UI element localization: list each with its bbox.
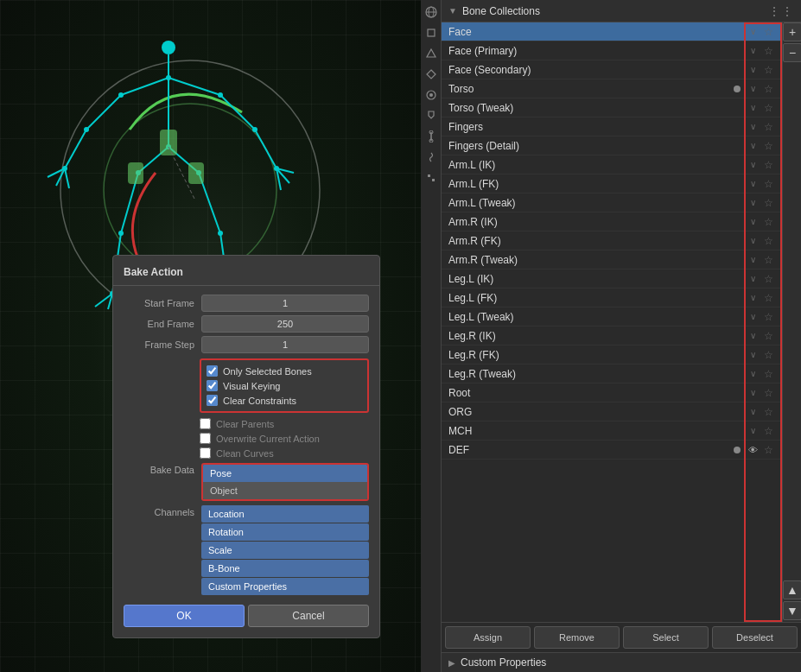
- bone-visibility-toggle[interactable]: ∨: [746, 291, 760, 305]
- bone-visibility-toggle[interactable]: ∨: [746, 329, 760, 343]
- bone-visibility-toggle[interactable]: ∨: [746, 139, 760, 153]
- sidebar-icon-world[interactable]: [423, 3, 440, 21]
- bone-star-button[interactable]: ☆: [761, 253, 775, 267]
- panel-options-dots[interactable]: ⋮⋮: [768, 4, 794, 18]
- bone-row[interactable]: Arm.L (FK)∨☆: [442, 174, 782, 193]
- sidebar-icon-physics[interactable]: [423, 169, 440, 187]
- bone-star-button[interactable]: ☆: [761, 82, 775, 96]
- bone-star-button[interactable]: ☆: [761, 196, 775, 210]
- bone-visibility-toggle[interactable]: ∨: [746, 25, 760, 39]
- bone-row[interactable]: Arm.R (FK)∨☆: [442, 231, 782, 250]
- overwrite-current-action-checkbox[interactable]: [200, 433, 211, 444]
- bone-row[interactable]: Arm.L (IK)∨☆: [442, 155, 782, 174]
- viewport[interactable]: ↖ Bake Action Start Frame End Frame Fram…: [0, 0, 421, 672]
- bone-row[interactable]: Leg.L (IK)∨☆: [442, 269, 782, 288]
- channel-bbone[interactable]: B-Bone: [201, 560, 369, 577]
- bone-row[interactable]: Arm.L (Tweak)∨☆: [442, 193, 782, 212]
- add-collection-button[interactable]: +: [783, 22, 801, 41]
- bone-row[interactable]: Leg.R (Tweak)∨☆: [442, 365, 782, 384]
- bone-visibility-toggle[interactable]: ∨: [746, 424, 760, 438]
- bone-row[interactable]: Leg.R (FK)∨☆: [442, 346, 782, 365]
- bone-star-button[interactable]: ☆: [761, 291, 775, 305]
- sidebar-icon-particles[interactable]: [423, 149, 440, 166]
- bone-row[interactable]: DEF👁☆: [442, 441, 782, 460]
- custom-properties-section[interactable]: ▶ Custom Properties: [442, 652, 801, 672]
- visual-keying-checkbox[interactable]: [207, 380, 218, 391]
- bone-row[interactable]: Fingers (Detail)∨☆: [442, 136, 782, 155]
- bone-visibility-toggle[interactable]: ∨: [746, 82, 760, 96]
- frame-step-input[interactable]: [201, 336, 369, 353]
- cancel-button[interactable]: Cancel: [248, 605, 369, 627]
- panel-collapse-arrow[interactable]: ▼: [448, 6, 457, 16]
- channel-scale[interactable]: Scale: [201, 542, 369, 559]
- bone-visibility-toggle[interactable]: ∨: [746, 348, 760, 362]
- bone-visibility-toggle[interactable]: ∨: [746, 272, 760, 286]
- remove-collection-button[interactable]: −: [783, 43, 801, 62]
- bone-star-button[interactable]: ☆: [761, 443, 775, 457]
- bone-visibility-toggle[interactable]: ∨: [746, 44, 760, 58]
- bone-star-button[interactable]: ☆: [761, 386, 775, 400]
- bone-star-button[interactable]: ☆: [761, 63, 775, 77]
- bone-visibility-toggle[interactable]: ∨: [746, 215, 760, 229]
- start-frame-input[interactable]: [201, 295, 369, 312]
- bone-star-button[interactable]: ☆: [761, 25, 775, 39]
- bone-row[interactable]: Fingers∨☆: [442, 117, 782, 136]
- bake-data-object-option[interactable]: Object: [203, 482, 367, 499]
- bone-row[interactable]: Face (Primary)∨☆: [442, 41, 782, 60]
- bone-star-button[interactable]: ☆: [761, 234, 775, 248]
- assign-button[interactable]: Assign: [445, 626, 531, 649]
- sidebar-icon-object[interactable]: [423, 24, 440, 41]
- bone-row[interactable]: ORG∨☆: [442, 403, 782, 422]
- clear-parents-row[interactable]: Clear Parents: [113, 416, 379, 431]
- clear-parents-checkbox[interactable]: [200, 418, 211, 429]
- sidebar-icon-data[interactable]: [423, 107, 440, 124]
- bone-row[interactable]: Face (Secondary)∨☆: [442, 60, 782, 79]
- bone-star-button[interactable]: ☆: [761, 329, 775, 343]
- clear-constraints-row[interactable]: Clear Constraints: [207, 393, 362, 408]
- bone-visibility-toggle[interactable]: ∨: [746, 196, 760, 210]
- bone-visibility-toggle[interactable]: ∨: [746, 253, 760, 267]
- bone-star-button[interactable]: ☆: [761, 139, 775, 153]
- bone-star-button[interactable]: ☆: [761, 101, 775, 115]
- bone-visibility-toggle[interactable]: ∨: [746, 386, 760, 400]
- bone-row[interactable]: Arm.R (IK)∨☆: [442, 212, 782, 231]
- bone-visibility-toggle[interactable]: ∨: [746, 177, 760, 191]
- bone-star-button[interactable]: ☆: [761, 348, 775, 362]
- move-up-button[interactable]: ▲: [783, 580, 801, 599]
- bone-star-button[interactable]: ☆: [761, 310, 775, 324]
- ok-button[interactable]: OK: [124, 605, 245, 627]
- bone-row[interactable]: Leg.L (FK)∨☆: [442, 288, 782, 307]
- move-down-button[interactable]: ▼: [783, 601, 801, 620]
- bone-star-button[interactable]: ☆: [761, 177, 775, 191]
- bone-star-button[interactable]: ☆: [761, 405, 775, 419]
- bone-row[interactable]: Face∨☆: [442, 22, 782, 41]
- bone-visibility-eye[interactable]: 👁: [746, 443, 760, 457]
- bone-row[interactable]: Leg.R (IK)∨☆: [442, 326, 782, 346]
- channel-location[interactable]: Location: [201, 505, 369, 523]
- bone-row[interactable]: Torso (Tweak)∨☆: [442, 98, 782, 117]
- bone-star-button[interactable]: ☆: [761, 272, 775, 286]
- bone-row[interactable]: Leg.L (Tweak)∨☆: [442, 307, 782, 326]
- bone-visibility-toggle[interactable]: ∨: [746, 158, 760, 172]
- clean-curves-row[interactable]: Clean Curves: [113, 446, 379, 460]
- bone-row[interactable]: Root∨☆: [442, 384, 782, 403]
- bone-star-button[interactable]: ☆: [761, 158, 775, 172]
- end-frame-input[interactable]: [201, 315, 369, 333]
- bone-visibility-toggle[interactable]: ∨: [746, 234, 760, 248]
- clean-curves-checkbox[interactable]: [200, 447, 211, 459]
- select-button[interactable]: Select: [623, 626, 709, 649]
- bone-visibility-toggle[interactable]: ∨: [746, 63, 760, 77]
- sidebar-icon-armature[interactable]: [423, 128, 440, 145]
- bone-visibility-toggle[interactable]: ∨: [746, 120, 760, 134]
- bone-star-button[interactable]: ☆: [761, 424, 775, 438]
- bone-visibility-toggle[interactable]: ∨: [746, 101, 760, 115]
- bake-action-dialog[interactable]: Bake Action Start Frame End Frame Frame …: [112, 255, 380, 638]
- sidebar-icon-mesh[interactable]: [423, 45, 440, 62]
- bone-visibility-toggle[interactable]: ∨: [746, 310, 760, 324]
- sidebar-icon-material[interactable]: [423, 86, 440, 104]
- remove-button[interactable]: Remove: [534, 626, 620, 649]
- bone-row[interactable]: MCH∨☆: [442, 422, 782, 441]
- overwrite-current-action-row[interactable]: Overwrite Current Action: [113, 431, 379, 446]
- clear-constraints-checkbox[interactable]: [207, 395, 218, 406]
- bone-visibility-toggle[interactable]: ∨: [746, 367, 760, 381]
